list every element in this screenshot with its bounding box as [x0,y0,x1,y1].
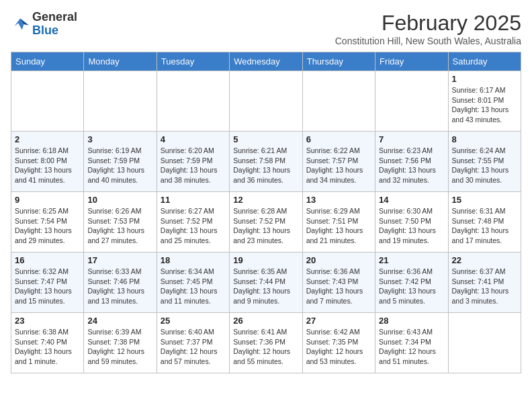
day-info: Sunrise: 6:26 AM Sunset: 7:53 PM Dayligh… [87,206,152,246]
day-info: Sunrise: 6:33 AM Sunset: 7:46 PM Dayligh… [87,267,152,306]
day-info: Sunrise: 6:37 AM Sunset: 7:41 PM Dayligh… [452,267,517,306]
day-info: Sunrise: 6:31 AM Sunset: 7:48 PM Dayligh… [452,206,517,246]
day-info: Sunrise: 6:43 AM Sunset: 7:34 PM Dayligh… [379,327,444,367]
day-number: 18 [161,255,226,265]
title-block: February 2025 Constitution Hill, New Sou… [335,11,521,46]
calendar-day-cell [448,313,521,373]
day-number: 26 [233,316,298,326]
day-number: 1 [452,74,517,84]
day-number: 27 [306,316,371,326]
calendar-day-cell: 23Sunrise: 6:38 AM Sunset: 7:40 PM Dayli… [11,313,84,373]
calendar-weekday-header: Thursday [302,52,375,71]
calendar-day-cell [230,71,302,132]
calendar-day-cell: 22Sunrise: 6:37 AM Sunset: 7:41 PM Dayli… [448,253,521,313]
calendar-day-cell: 4Sunrise: 6:20 AM Sunset: 7:59 PM Daylig… [157,132,229,192]
day-number: 12 [233,195,298,205]
calendar-day-cell: 2Sunrise: 6:18 AM Sunset: 8:00 PM Daylig… [11,132,84,192]
day-info: Sunrise: 6:30 AM Sunset: 7:50 PM Dayligh… [379,206,444,246]
day-info: Sunrise: 6:36 AM Sunset: 7:42 PM Dayligh… [379,267,444,306]
calendar-day-cell: 28Sunrise: 6:43 AM Sunset: 7:34 PM Dayli… [375,313,448,373]
day-number: 8 [452,134,517,144]
calendar-day-cell: 9Sunrise: 6:25 AM Sunset: 7:54 PM Daylig… [11,192,84,253]
day-number: 23 [15,316,80,326]
day-info: Sunrise: 6:28 AM Sunset: 7:52 PM Dayligh… [233,206,298,246]
month-title: February 2025 [335,11,521,36]
day-info: Sunrise: 6:24 AM Sunset: 7:55 PM Dayligh… [452,146,517,185]
calendar-day-cell: 20Sunrise: 6:36 AM Sunset: 7:43 PM Dayli… [302,253,375,313]
day-number: 16 [15,255,80,265]
calendar-day-cell: 7Sunrise: 6:23 AM Sunset: 7:56 PM Daylig… [375,132,448,192]
logo-blue-text: Blue [32,24,58,37]
calendar-table: SundayMondayTuesdayWednesdayThursdayFrid… [11,52,521,373]
day-info: Sunrise: 6:20 AM Sunset: 7:59 PM Dayligh… [161,146,226,185]
calendar-day-cell: 11Sunrise: 6:27 AM Sunset: 7:52 PM Dayli… [157,192,229,253]
day-number: 13 [306,195,371,205]
day-number: 7 [379,134,444,144]
logo-bird-icon [11,15,30,34]
day-number: 20 [306,255,371,265]
day-info: Sunrise: 6:38 AM Sunset: 7:40 PM Dayligh… [15,327,80,367]
day-number: 14 [379,195,444,205]
day-info: Sunrise: 6:23 AM Sunset: 7:56 PM Dayligh… [379,146,444,185]
day-info: Sunrise: 6:19 AM Sunset: 7:59 PM Dayligh… [87,146,152,185]
calendar-day-cell [302,71,375,132]
day-info: Sunrise: 6:29 AM Sunset: 7:51 PM Dayligh… [306,206,371,246]
day-number: 25 [161,316,226,326]
day-number: 15 [452,195,517,205]
day-number: 5 [233,134,298,144]
calendar-week-row: 23Sunrise: 6:38 AM Sunset: 7:40 PM Dayli… [11,313,521,373]
day-number: 2 [15,134,80,144]
calendar-day-cell [375,71,448,132]
calendar-day-cell: 19Sunrise: 6:35 AM Sunset: 7:44 PM Dayli… [230,253,302,313]
calendar-day-cell: 12Sunrise: 6:28 AM Sunset: 7:52 PM Dayli… [230,192,302,253]
day-number: 3 [87,134,152,144]
calendar-week-row: 1Sunrise: 6:17 AM Sunset: 8:01 PM Daylig… [11,71,521,132]
calendar-day-cell: 17Sunrise: 6:33 AM Sunset: 7:46 PM Dayli… [84,253,157,313]
location-subtitle: Constitution Hill, New South Wales, Aust… [335,36,521,46]
calendar-weekday-header: Tuesday [157,52,229,71]
day-info: Sunrise: 6:21 AM Sunset: 7:58 PM Dayligh… [233,146,298,185]
day-number: 9 [15,195,80,205]
day-info: Sunrise: 6:32 AM Sunset: 7:47 PM Dayligh… [15,267,80,306]
page-header: General Blue February 2025 Constitution … [11,11,521,46]
day-info: Sunrise: 6:34 AM Sunset: 7:45 PM Dayligh… [161,267,226,306]
day-info: Sunrise: 6:17 AM Sunset: 8:01 PM Dayligh… [452,85,517,125]
day-info: Sunrise: 6:27 AM Sunset: 7:52 PM Dayligh… [161,206,226,246]
logo: General Blue [11,11,77,38]
calendar-day-cell [11,71,84,132]
calendar-week-row: 9Sunrise: 6:25 AM Sunset: 7:54 PM Daylig… [11,192,521,253]
day-number: 10 [87,195,152,205]
calendar-weekday-header: Monday [84,52,157,71]
calendar-day-cell: 13Sunrise: 6:29 AM Sunset: 7:51 PM Dayli… [302,192,375,253]
day-number: 24 [87,316,152,326]
calendar-day-cell: 16Sunrise: 6:32 AM Sunset: 7:47 PM Dayli… [11,253,84,313]
day-number: 17 [87,255,152,265]
calendar-day-cell: 27Sunrise: 6:42 AM Sunset: 7:35 PM Dayli… [302,313,375,373]
day-number: 19 [233,255,298,265]
calendar-day-cell: 8Sunrise: 6:24 AM Sunset: 7:55 PM Daylig… [448,132,521,192]
calendar-day-cell [84,71,157,132]
day-number: 28 [379,316,444,326]
day-info: Sunrise: 6:39 AM Sunset: 7:38 PM Dayligh… [87,327,152,367]
calendar-weekday-header: Sunday [11,52,84,71]
calendar-day-cell [157,71,229,132]
calendar-day-cell: 26Sunrise: 6:41 AM Sunset: 7:36 PM Dayli… [230,313,302,373]
calendar-day-cell: 14Sunrise: 6:30 AM Sunset: 7:50 PM Dayli… [375,192,448,253]
calendar-day-cell: 5Sunrise: 6:21 AM Sunset: 7:58 PM Daylig… [230,132,302,192]
day-number: 6 [306,134,371,144]
calendar-day-cell: 25Sunrise: 6:40 AM Sunset: 7:37 PM Dayli… [157,313,229,373]
calendar-day-cell: 6Sunrise: 6:22 AM Sunset: 7:57 PM Daylig… [302,132,375,192]
day-info: Sunrise: 6:40 AM Sunset: 7:37 PM Dayligh… [161,327,226,367]
calendar-header-row: SundayMondayTuesdayWednesdayThursdayFrid… [11,52,521,71]
day-info: Sunrise: 6:36 AM Sunset: 7:43 PM Dayligh… [306,267,371,306]
calendar-week-row: 16Sunrise: 6:32 AM Sunset: 7:47 PM Dayli… [11,253,521,313]
calendar-week-row: 2Sunrise: 6:18 AM Sunset: 8:00 PM Daylig… [11,132,521,192]
day-info: Sunrise: 6:42 AM Sunset: 7:35 PM Dayligh… [306,327,371,367]
calendar-day-cell: 3Sunrise: 6:19 AM Sunset: 7:59 PM Daylig… [84,132,157,192]
day-info: Sunrise: 6:25 AM Sunset: 7:54 PM Dayligh… [15,206,80,246]
day-info: Sunrise: 6:22 AM Sunset: 7:57 PM Dayligh… [306,146,371,185]
day-number: 11 [161,195,226,205]
calendar-day-cell: 18Sunrise: 6:34 AM Sunset: 7:45 PM Dayli… [157,253,229,313]
day-info: Sunrise: 6:18 AM Sunset: 8:00 PM Dayligh… [15,146,80,185]
day-number: 21 [379,255,444,265]
